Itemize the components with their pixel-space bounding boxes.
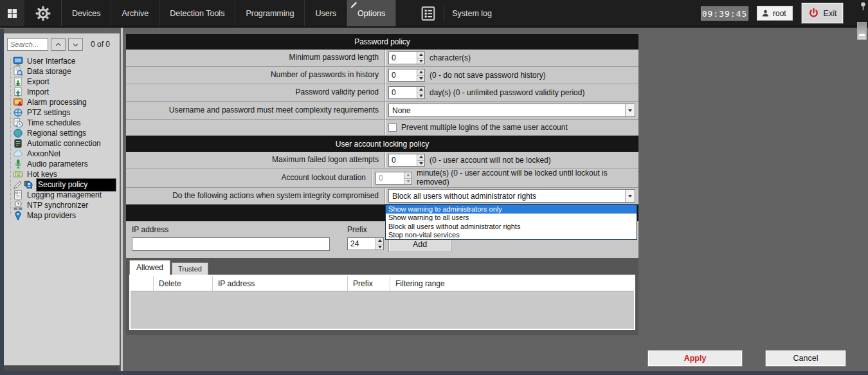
prefix-spinner[interactable]: 24 <box>347 237 384 250</box>
sidebar-item-user-interface[interactable]: User Interface <box>13 56 120 66</box>
integrity-actions-select[interactable]: Block all users without administrator ri… <box>388 189 635 203</box>
system-log-icon <box>420 6 436 21</box>
spinner-down-icon[interactable] <box>376 244 383 250</box>
tab-users[interactable]: Users <box>305 0 347 26</box>
min-password-length-spinner[interactable]: 0 <box>388 51 425 64</box>
cancel-button[interactable]: Cancel <box>765 350 846 367</box>
sidebar-splitter[interactable] <box>121 28 123 371</box>
spinner-up-icon[interactable] <box>376 238 383 244</box>
dropdown-option-block-all-users-without-administrator-rights[interactable]: Block all users without administrator ri… <box>386 222 637 231</box>
password-validity-suffix: day(s) (0 - unlimited password validity … <box>429 88 584 97</box>
tab-label: Options <box>357 9 385 18</box>
passwords-history-suffix: (0 - do not save password history) <box>429 71 546 80</box>
sidebar-item-alarm-processing[interactable]: Alarm processing <box>13 97 120 107</box>
system-log-button[interactable]: System log <box>414 0 498 26</box>
spinner-down-icon[interactable] <box>417 58 424 64</box>
sidebar-item-label: Security policy <box>36 178 116 192</box>
ip-address-input[interactable] <box>132 237 330 251</box>
password-validity-spinner[interactable]: 0 <box>388 86 425 99</box>
password-policy-header: Password policy <box>126 34 638 50</box>
tab-detection-tools[interactable]: Detection Tools <box>159 0 235 26</box>
complexity-requirements-select[interactable]: None <box>388 104 635 117</box>
sidebar-item-label: AxxonNet <box>26 149 62 158</box>
account-locking-header: User account locking policy <box>126 136 638 152</box>
collapse-panel-button[interactable] <box>857 22 867 40</box>
sidebar-item-ptz-settings[interactable]: PTZ settings <box>13 107 120 118</box>
sidebar-item-ntp-synchronizer[interactable]: NTP synchronizer <box>13 200 120 210</box>
integrity-actions-dropdown: Show warning to administrators onlyShow … <box>385 204 637 240</box>
dropdown-option-stop-non-vital-services[interactable]: Stop non-vital services <box>386 231 637 240</box>
spinner-down-icon[interactable] <box>417 93 424 99</box>
integrity-actions-label: Do the following actions when system int… <box>126 188 385 204</box>
tab-options[interactable]: Options <box>347 0 396 26</box>
password-validity-label: Password validity period <box>126 84 385 101</box>
search-next-button[interactable] <box>68 38 83 51</box>
pencil-icon <box>13 180 23 190</box>
gear-icon <box>35 6 51 21</box>
max-failed-logons-suffix: (0 - user account will not be locked) <box>429 156 551 165</box>
spinner-up-icon[interactable] <box>404 172 411 178</box>
ip-list-area: Allowed Trusted DeleteIP addressPrefixFi… <box>126 258 638 335</box>
tab-devices[interactable]: Devices <box>62 0 111 26</box>
tab-programming[interactable]: Programming <box>235 0 305 26</box>
sidebar-item-regional-settings[interactable]: Regional settings <box>13 128 120 138</box>
spinner-up-icon[interactable] <box>417 69 424 75</box>
chevron-down-icon[interactable] <box>625 190 635 202</box>
prevent-multiple-logins-checkbox[interactable] <box>388 123 397 132</box>
current-user-button[interactable]: root <box>757 6 793 21</box>
schedule-icon <box>13 118 23 128</box>
lockout-duration-label: Account lockout duration <box>126 169 372 187</box>
spinner-down-icon[interactable] <box>404 178 411 185</box>
sidebar-item-label: Regional settings <box>26 129 87 138</box>
spinner-up-icon[interactable] <box>417 87 424 93</box>
dropdown-option-show-warning-to-all-users[interactable]: Show warning to all users <box>386 214 637 223</box>
sidebar-item-label: PTZ settings <box>26 108 71 117</box>
pin-icon[interactable] <box>860 1 867 12</box>
sidebar-item-map-providers[interactable]: Map providers <box>13 210 120 221</box>
user-icon <box>761 9 770 17</box>
spinner-up-icon[interactable] <box>417 52 424 58</box>
apply-button[interactable]: Apply <box>647 350 743 367</box>
sidebar-item-axxonnet[interactable]: AxxonNet <box>13 149 120 159</box>
max-failed-logons-spinner[interactable]: 0 <box>388 154 425 167</box>
exit-button[interactable]: Exit <box>802 3 843 23</box>
sidebar-item-label: Data storage <box>26 67 73 76</box>
dropdown-option-show-warning-to-administrators-only[interactable]: Show warning to administrators only <box>386 205 637 214</box>
passwords-history-spinner[interactable]: 0 <box>388 69 425 82</box>
sidebar-item-automatic-connection[interactable]: Automatic connection <box>13 138 120 149</box>
sidebar-item-export[interactable]: Export <box>13 77 120 87</box>
sidebar-item-audio-parameters[interactable]: Audio parameters <box>13 159 120 169</box>
settings-gear-button[interactable] <box>24 0 62 26</box>
max-failed-logons-label: Maximum failed logon attempts <box>126 152 385 169</box>
chevron-down-icon[interactable] <box>625 104 635 116</box>
lockout-duration-spinner[interactable]: 0 <box>375 172 412 185</box>
power-icon <box>808 8 819 19</box>
spinner-down-icon[interactable] <box>417 75 424 82</box>
spinner-down-icon[interactable] <box>417 160 424 167</box>
user-name: root <box>773 9 786 18</box>
sidebar-item-data-storage[interactable]: Data storage <box>13 66 120 77</box>
log-icon <box>13 190 23 200</box>
divider <box>444 5 444 22</box>
table-header-prefix: Prefix <box>348 276 390 291</box>
tab-archive[interactable]: Archive <box>111 0 159 26</box>
tab-label: Programming <box>246 9 294 18</box>
search-prev-button[interactable] <box>51 38 66 51</box>
table-header-filtering-range: Filtering range <box>390 276 634 291</box>
sidebar-item-security-policy[interactable]: Security policy <box>13 179 120 190</box>
tab-allowed[interactable]: Allowed <box>129 260 170 275</box>
passwords-history-label: Number of passwords in history <box>126 67 385 84</box>
server-icon <box>13 138 23 149</box>
sidebar-item-time-schedules[interactable]: Time schedules <box>13 118 120 128</box>
security-policy-panel: Password policy Minimum password length … <box>126 34 638 335</box>
data-storage-icon <box>13 66 23 77</box>
layouts-grid-button[interactable] <box>0 0 24 26</box>
sidebar-item-import[interactable]: Import <box>13 87 120 97</box>
clock-display: 09:39:45 <box>701 6 748 21</box>
system-log-label: System log <box>452 9 492 18</box>
tab-trusted[interactable]: Trusted <box>172 262 208 275</box>
nav-tabs: DevicesArchiveDetection ToolsProgramming… <box>62 0 396 26</box>
search-input[interactable] <box>7 38 48 51</box>
spinner-up-icon[interactable] <box>417 154 424 160</box>
table-header-delete: Delete <box>154 276 213 291</box>
